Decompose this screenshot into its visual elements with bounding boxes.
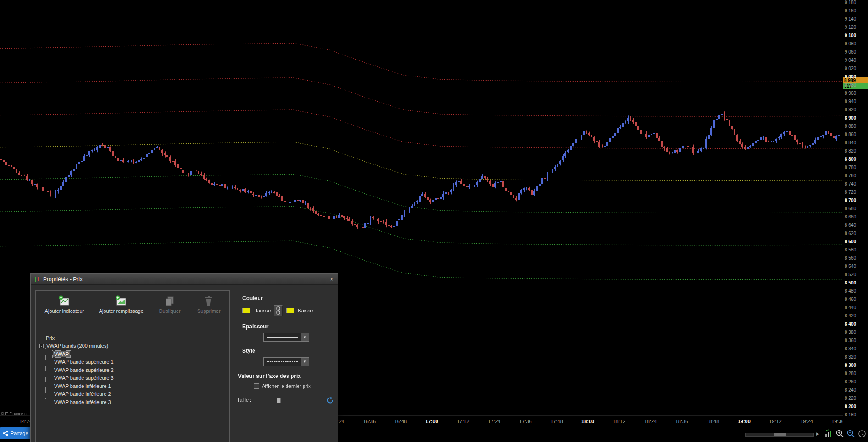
tree-connector [48, 386, 51, 386]
price-axis-label: 8 560 [845, 256, 856, 261]
add-fill-button[interactable]: Ajouter remplissage [92, 294, 150, 314]
price-axis-label: 8 920 [845, 107, 856, 112]
tree-item-vwap-bande-inf-rieure-3[interactable]: VWAP bande inférieure 3 [38, 398, 227, 406]
price-axis-label: 8 740 [845, 181, 856, 186]
time-axis-label: 17:36 [519, 419, 532, 424]
size-slider-handle[interactable] [277, 398, 281, 403]
tree-item-label: VWAP bande inférieure 2 [53, 391, 112, 397]
tree-item-vwap-bande-sup-rieure-2[interactable]: VWAP bande supérieure 2 [38, 366, 227, 374]
time-axis-label: 17:12 [457, 419, 470, 424]
price-axis-label: 8 980 [845, 82, 856, 87]
tree-connector [48, 378, 51, 378]
price-axis-label: 8 940 [845, 99, 856, 104]
tree-item-label: VWAP [53, 351, 70, 357]
price-axis-label: 8 880 [845, 124, 856, 129]
price-axis-label: 9 060 [845, 49, 856, 55]
scrollbar-handle[interactable] [774, 433, 786, 436]
price-axis-label: 8 660 [845, 214, 856, 219]
time-axis-label: 17:24 [488, 419, 501, 424]
indicator-tree-panel: Ajouter indicateurAjouter remplissageDup… [35, 290, 230, 442]
price-axis-label: 8 520 [845, 272, 856, 277]
thickness-dropdown[interactable]: ▼ [263, 333, 309, 342]
style-settings-panel: Couleur Hausse Baisse Epaisseur ▼ [235, 285, 337, 442]
share-button[interactable]: Partage [0, 427, 32, 439]
price-axis-label: 8 300 [845, 363, 856, 368]
size-slider[interactable] [261, 400, 318, 400]
duplicate-button: Dupliquer [150, 294, 189, 314]
dialog-titlebar[interactable]: Propriétés - Prix × [31, 274, 338, 285]
zoom-out-icon[interactable] [846, 429, 856, 438]
tree-item-vwap-bands-200-minutes[interactable]: -VWAP bands (200 minutes) [38, 342, 227, 350]
tree-item-vwap-bande-inf-rieure-1[interactable]: VWAP bande inférieure 1 [38, 382, 227, 390]
zoom-in-icon[interactable] [835, 429, 845, 438]
size-row: Taille : [237, 395, 335, 405]
time-axis-label: 16:48 [394, 419, 407, 424]
add-indicator-button[interactable]: Ajouter indicateur [37, 294, 92, 314]
show-last-price-checkbox[interactable] [254, 383, 259, 389]
time-axis-label: 17:00 [425, 419, 438, 424]
reset-icon [326, 396, 334, 404]
line-style-dropdown[interactable]: ▼ [263, 357, 309, 366]
tree-item-label: VWAP bande supérieure 2 [53, 367, 115, 373]
tree-item-label: Prix [44, 335, 56, 341]
toolbar-button-label: Supprimer [197, 308, 221, 314]
price-axis-label: 8 240 [845, 387, 856, 393]
history-clock-icon[interactable] [857, 429, 867, 438]
price-axis-label: 9 040 [845, 58, 856, 63]
dialog-toolbar: Ajouter indicateurAjouter remplissageDup… [36, 291, 229, 314]
price-axis-label: 8 360 [845, 338, 856, 343]
link-colors-button[interactable] [274, 305, 283, 316]
tree-item-prix[interactable]: Prix [38, 334, 227, 342]
toolbar-button-label: Ajouter indicateur [45, 308, 84, 314]
price-axis-label: 8 820 [845, 148, 856, 153]
price-axis-label: 8 260 [845, 379, 856, 384]
share-button-label: Partage [11, 431, 28, 436]
close-icon[interactable]: × [328, 276, 335, 283]
reset-button[interactable] [325, 395, 335, 405]
trash-icon [203, 295, 215, 307]
indicator-tree: Prix-VWAP bands (200 minutes)VWAPVWAP ba… [36, 331, 229, 442]
tree-connector [48, 394, 51, 394]
taille-label: Taille : [237, 397, 251, 403]
price-axis-label: 8 400 [845, 322, 856, 327]
scroll-right-arrow[interactable]: ▶ [816, 431, 819, 436]
time-axis-label: 18:12 [613, 419, 626, 424]
tree-connector [48, 402, 51, 402]
price-axis-label: 8 500 [845, 280, 856, 285]
tree-item-label: VWAP bande supérieure 1 [53, 359, 115, 365]
chain-link-icon [276, 306, 281, 315]
price-axis-label: 9 120 [845, 25, 856, 30]
price-axis-label: 8 320 [845, 355, 856, 360]
chart-horizontal-scrollbar[interactable] [745, 433, 814, 437]
time-axis-label: 16:36 [363, 419, 376, 424]
tree-item-vwap-bande-inf-rieure-2[interactable]: VWAP bande inférieure 2 [38, 390, 227, 398]
price-axis[interactable]: 8 989 31T 9 1809 1609 1409 1209 1009 080… [843, 0, 868, 427]
price-axis-label: 9 080 [845, 41, 856, 46]
time-axis-label: 19:24 [800, 419, 813, 424]
price-axis-label: 8 960 [845, 91, 856, 96]
price-axis-label: 8 700 [845, 198, 856, 203]
time-axis-label: 18:00 [581, 419, 594, 424]
price-axis-label: 8 180 [845, 412, 856, 417]
collapse-icon[interactable]: - [39, 344, 44, 348]
tree-item-vwap[interactable]: VWAP [38, 350, 227, 358]
epaisseur-heading: Epaisseur [242, 323, 268, 330]
price-axis-label: 9 100 [845, 33, 856, 38]
tree-item-vwap-bande-sup-rieure-1[interactable]: VWAP bande supérieure 1 [38, 358, 227, 366]
tree-item-vwap-bande-sup-rieure-3[interactable]: VWAP bande supérieure 3 [38, 374, 227, 382]
price-axis-label: 8 800 [845, 157, 856, 162]
tree-item-label: VWAP bands (200 minutes) [45, 343, 110, 349]
up-color-swatch[interactable] [242, 308, 250, 313]
down-color-swatch[interactable] [286, 308, 294, 313]
price-axis-label: 8 480 [845, 289, 856, 294]
line-style-sample [264, 358, 301, 366]
display-settings-icon[interactable] [824, 429, 834, 438]
add-indicator-icon [58, 295, 70, 307]
price-axis-label: 8 640 [845, 223, 856, 228]
tree-connector [48, 362, 51, 362]
time-axis-label: 19:12 [769, 419, 782, 424]
price-axis-label: 8 200 [845, 404, 856, 409]
time-axis-label: 18:36 [675, 419, 688, 424]
properties-dialog: Propriétés - Prix × Ajouter indicateurAj… [30, 273, 338, 442]
chevron-down-icon: ▼ [301, 358, 309, 366]
